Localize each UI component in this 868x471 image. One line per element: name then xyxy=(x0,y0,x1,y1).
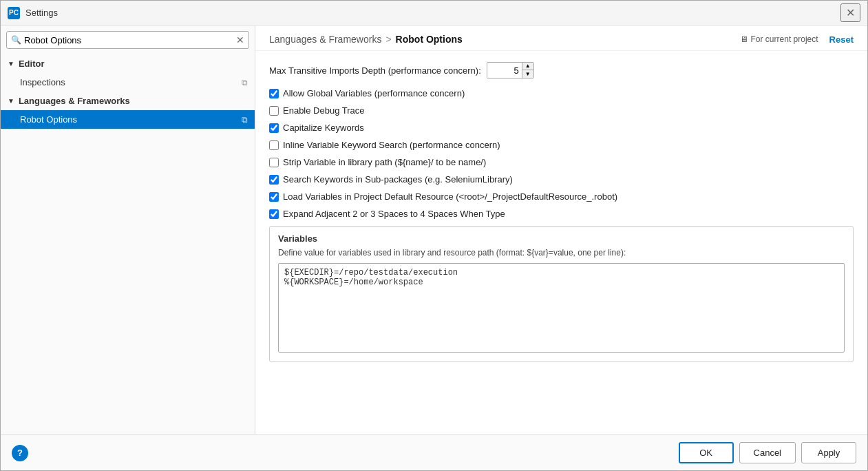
option-strip-variable: Strip Variable in library path (${name}/… xyxy=(269,157,854,167)
transitive-imports-label: Max Transitive Imports Depth (performanc… xyxy=(269,65,481,76)
search-keywords-checkbox[interactable] xyxy=(269,175,279,185)
option-load-variables: Load Variables in Project Default Resour… xyxy=(269,191,854,202)
capitalize-keywords-text: Capitalize Keywords xyxy=(283,123,364,133)
copy-icon-robot: ⧉ xyxy=(242,115,248,125)
help-button[interactable]: ? xyxy=(12,445,28,461)
apply-button[interactable]: Apply xyxy=(801,442,856,463)
footer-buttons: OK Cancel Apply xyxy=(679,442,856,463)
option-search-keywords: Search Keywords in Sub-packages (e.g. Se… xyxy=(269,174,854,185)
option-enable-debug-trace-label[interactable]: Enable Debug Trace xyxy=(269,105,365,116)
reset-button[interactable]: Reset xyxy=(829,34,854,45)
capitalize-keywords-checkbox[interactable] xyxy=(269,123,279,133)
search-keywords-text: Search Keywords in Sub-packages (e.g. Se… xyxy=(283,174,513,185)
expand-spaces-checkbox[interactable] xyxy=(269,209,279,219)
sidebar-editor-section: ▼ Editor Inspections ⧉ xyxy=(1,54,255,92)
clear-search-button[interactable]: ✕ xyxy=(236,34,244,45)
main-content-area: 🔍 ✕ ▼ Editor Inspections ⧉ ▼ Lang xyxy=(1,25,867,435)
sidebar-group-editor[interactable]: ▼ Editor xyxy=(1,54,255,73)
spin-down-button[interactable]: ▼ xyxy=(522,70,533,78)
option-inline-variable: Inline Variable Keyword Search (performa… xyxy=(269,140,854,150)
option-allow-global-vars-label[interactable]: Allow Global Variables (performance conc… xyxy=(269,88,465,98)
for-current-project: 🖥 For current project xyxy=(740,34,818,44)
option-expand-spaces-label[interactable]: Expand Adjacent 2 or 3 Spaces to 4 Space… xyxy=(269,209,505,219)
option-expand-spaces: Expand Adjacent 2 or 3 Spaces to 4 Space… xyxy=(269,209,854,219)
option-load-variables-label[interactable]: Load Variables in Project Default Resour… xyxy=(269,191,617,202)
enable-debug-trace-text: Enable Debug Trace xyxy=(283,105,365,116)
strip-variable-text: Strip Variable in library path (${name}/… xyxy=(283,157,486,167)
copy-icon: ⧉ xyxy=(242,78,248,87)
close-button[interactable]: ✕ xyxy=(840,3,860,22)
inline-variable-text: Inline Variable Keyword Search (performa… xyxy=(283,140,500,150)
load-variables-checkbox[interactable] xyxy=(269,192,279,202)
transitive-imports-spinner: ▲ ▼ xyxy=(487,62,534,78)
sidebar-languages-label: Languages & Frameworks xyxy=(19,96,130,106)
option-enable-debug-trace: Enable Debug Trace xyxy=(269,105,854,116)
option-strip-variable-label[interactable]: Strip Variable in library path (${name}/… xyxy=(269,157,486,167)
chevron-down-icon: ▼ xyxy=(8,60,14,67)
project-icon: 🖥 xyxy=(740,34,748,44)
option-inline-variable-label[interactable]: Inline Variable Keyword Search (performa… xyxy=(269,140,500,150)
variables-section: Variables Define value for variables use… xyxy=(269,226,854,362)
sidebar-editor-label: Editor xyxy=(19,59,45,69)
transitive-imports-input[interactable] xyxy=(487,63,522,78)
robot-options-label: Robot Options xyxy=(20,114,77,125)
sidebar: 🔍 ✕ ▼ Editor Inspections ⧉ ▼ Lang xyxy=(1,25,255,435)
strip-variable-checkbox[interactable] xyxy=(269,158,279,167)
allow-global-vars-text: Allow Global Variables (performance conc… xyxy=(283,88,465,98)
enable-debug-trace-checkbox[interactable] xyxy=(269,106,279,116)
breadcrumb: Languages & Frameworks > Robot Options xyxy=(269,34,463,45)
inline-variable-checkbox[interactable] xyxy=(269,140,279,150)
transitive-imports-row: Max Transitive Imports Depth (performanc… xyxy=(269,62,854,78)
title-bar-left: PC Settings xyxy=(8,7,58,19)
main-panel: Languages & Frameworks > Robot Options 🖥… xyxy=(255,25,867,435)
allow-global-vars-checkbox[interactable] xyxy=(269,89,279,98)
app-icon: PC xyxy=(8,7,20,19)
sidebar-languages-section: ▼ Languages & Frameworks Robot Options ⧉ xyxy=(1,92,255,129)
expand-spaces-text: Expand Adjacent 2 or 3 Spaces to 4 Space… xyxy=(283,209,505,219)
breadcrumb-separator: > xyxy=(385,34,391,45)
sidebar-group-languages[interactable]: ▼ Languages & Frameworks xyxy=(1,92,255,110)
chevron-down-icon-2: ▼ xyxy=(8,97,14,105)
inspections-label: Inspections xyxy=(20,77,65,87)
breadcrumb-current: Robot Options xyxy=(396,34,463,45)
footer: ? OK Cancel Apply xyxy=(1,435,867,470)
sidebar-item-inspections[interactable]: Inspections ⧉ xyxy=(1,73,255,92)
option-search-keywords-label[interactable]: Search Keywords in Sub-packages (e.g. Se… xyxy=(269,174,513,185)
for-project-label: For current project xyxy=(751,34,818,44)
option-capitalize-keywords: Capitalize Keywords xyxy=(269,123,854,133)
breadcrumb-parent: Languages & Frameworks xyxy=(269,34,381,45)
search-box: 🔍 ✕ xyxy=(6,31,249,49)
spin-up-button[interactable]: ▲ xyxy=(522,63,533,70)
option-capitalize-keywords-label[interactable]: Capitalize Keywords xyxy=(269,123,364,133)
load-variables-text: Load Variables in Project Default Resour… xyxy=(283,191,617,202)
sidebar-item-robot-options[interactable]: Robot Options ⧉ xyxy=(1,110,255,129)
ok-button[interactable]: OK xyxy=(679,442,734,463)
panel-content: Max Transitive Imports Depth (performanc… xyxy=(255,51,867,435)
spin-buttons: ▲ ▼ xyxy=(522,63,533,78)
settings-window: PC Settings ✕ 🔍 ✕ ▼ Editor Inspections xyxy=(0,0,868,471)
title-bar: PC Settings ✕ xyxy=(1,1,867,25)
cancel-button[interactable]: Cancel xyxy=(739,442,796,463)
search-icon: 🔍 xyxy=(11,35,21,45)
variables-description: Define value for variables used in libra… xyxy=(278,248,845,258)
search-input[interactable] xyxy=(24,35,233,45)
panel-header: Languages & Frameworks > Robot Options 🖥… xyxy=(255,25,867,51)
option-allow-global-vars: Allow Global Variables (performance conc… xyxy=(269,88,854,98)
variables-title: Variables xyxy=(278,233,845,244)
window-title: Settings xyxy=(25,8,58,18)
variables-textarea[interactable]: ${EXECDIR}=/repo/testdata/execution %{WO… xyxy=(278,263,845,353)
header-right: 🖥 For current project Reset xyxy=(740,34,854,45)
